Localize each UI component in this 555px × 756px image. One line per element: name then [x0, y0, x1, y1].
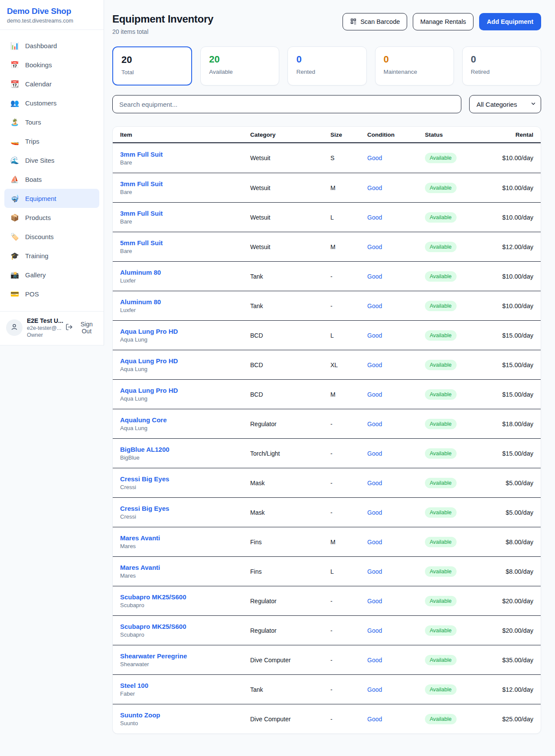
- item-name-link[interactable]: Aqualung Core: [120, 416, 250, 424]
- item-condition-link[interactable]: Good: [367, 154, 425, 161]
- item-name-link[interactable]: 3mm Full Suit: [120, 180, 250, 187]
- item-condition-link[interactable]: Good: [367, 539, 425, 546]
- item-condition-link[interactable]: Good: [367, 332, 425, 339]
- sidebar-item-equipment[interactable]: 🤿 Equipment: [4, 189, 99, 208]
- item-name-link[interactable]: 3mm Full Suit: [120, 210, 250, 217]
- table-header-row: Item Category Size Condition Status Rent…: [113, 127, 541, 143]
- sign-out-button[interactable]: Sign Out: [65, 321, 98, 335]
- item-condition-link[interactable]: Good: [367, 480, 425, 486]
- item-category: BCD: [250, 332, 330, 339]
- item-condition-link[interactable]: Good: [367, 302, 425, 309]
- stat-card-rented[interactable]: 0 Rented: [287, 46, 366, 85]
- item-condition-link[interactable]: Good: [367, 509, 425, 516]
- item-rental-rate: $10.00/day: [499, 184, 533, 191]
- item-name-link[interactable]: Aqua Lung Pro HD: [120, 357, 250, 365]
- item-size: L: [330, 214, 367, 221]
- item-condition-link[interactable]: Good: [367, 184, 425, 191]
- status-badge: Available: [425, 360, 457, 370]
- item-name-link[interactable]: 5mm Full Suit: [120, 239, 250, 247]
- item-condition-link[interactable]: Good: [367, 627, 425, 634]
- item-condition-link[interactable]: Good: [367, 391, 425, 398]
- item-rental-rate: $15.00/day: [499, 332, 533, 339]
- stat-card-total[interactable]: 20 Total: [112, 46, 192, 85]
- item-name-link[interactable]: Aqua Lung Pro HD: [120, 328, 250, 335]
- item-name-link[interactable]: Mares Avanti: [120, 564, 250, 571]
- item-category: Fins: [250, 568, 330, 575]
- tear-off-calendar-icon: 📆: [10, 80, 20, 88]
- sidebar-item-gallery[interactable]: 📸 Gallery: [4, 265, 99, 284]
- item-name-link[interactable]: Steel 100: [120, 682, 250, 689]
- scan-barcode-button[interactable]: Scan Barcode: [343, 13, 407, 30]
- column-header-status: Status: [425, 131, 499, 138]
- item-category: Regulator: [250, 627, 330, 634]
- item-rental-rate: $10.00/day: [499, 302, 533, 309]
- stat-value: 20: [121, 54, 183, 66]
- sidebar-item-trips[interactable]: 🚤 Trips: [4, 131, 99, 151]
- item-name-link[interactable]: Mares Avanti: [120, 534, 250, 542]
- item-rental-rate: $18.00/day: [499, 421, 533, 427]
- status-badge: Available: [425, 478, 457, 488]
- item-name-link[interactable]: Aqua Lung Pro HD: [120, 387, 250, 394]
- stat-card-available[interactable]: 20 Available: [200, 46, 279, 85]
- sidebar-item-discounts[interactable]: 🏷️ Discounts: [4, 227, 99, 246]
- item-name-link[interactable]: 3mm Full Suit: [120, 151, 250, 158]
- item-name-link[interactable]: Aluminum 80: [120, 269, 250, 276]
- manage-rentals-button[interactable]: Manage Rentals: [413, 13, 473, 30]
- item-condition-link[interactable]: Good: [367, 362, 425, 368]
- item-name-link[interactable]: Shearwater Peregrine: [120, 652, 250, 660]
- item-name-link[interactable]: Scubapro MK25/S600: [120, 593, 250, 601]
- sidebar-item-training[interactable]: 🎓 Training: [4, 246, 99, 265]
- item-brand: Aqua Lung: [120, 336, 250, 343]
- sidebar-item-calendar[interactable]: 📆 Calendar: [4, 74, 99, 93]
- package-icon: 📦: [10, 214, 20, 222]
- status-badge: Available: [425, 153, 457, 163]
- sidebar-item-pos[interactable]: 💳 POS: [4, 284, 99, 303]
- sidebar-item-bookings[interactable]: 📅 Bookings: [4, 55, 99, 74]
- sidebar-item-boats[interactable]: ⛵ Boats: [4, 170, 99, 189]
- item-condition-link[interactable]: Good: [367, 273, 425, 280]
- item-condition-link[interactable]: Good: [367, 421, 425, 427]
- item-name-link[interactable]: Cressi Big Eyes: [120, 505, 250, 512]
- bar-chart-icon: 📊: [10, 42, 20, 50]
- item-condition-link[interactable]: Good: [367, 214, 425, 221]
- item-condition-link[interactable]: Good: [367, 450, 425, 457]
- item-condition-link[interactable]: Good: [367, 657, 425, 664]
- item-brand: Aqua Lung: [120, 425, 250, 431]
- item-condition-link[interactable]: Good: [367, 568, 425, 575]
- item-category: Wetsuit: [250, 243, 330, 250]
- item-name-link[interactable]: Cressi Big Eyes: [120, 475, 250, 483]
- sidebar-item-customers[interactable]: 👥 Customers: [4, 93, 99, 112]
- item-name-link[interactable]: Scubapro MK25/S600: [120, 623, 250, 630]
- stat-value: 20: [209, 54, 271, 65]
- sidebar-item-tours[interactable]: 🏝️ Tours: [4, 112, 99, 131]
- stat-card-retired[interactable]: 0 Retired: [462, 46, 541, 85]
- item-condition-link[interactable]: Good: [367, 686, 425, 693]
- tag-icon: 🏷️: [10, 233, 20, 241]
- item-brand: Suunto: [120, 720, 250, 726]
- item-name-link[interactable]: BigBlue AL1200: [120, 446, 250, 453]
- item-name-link[interactable]: Suunto Zoop: [120, 711, 250, 719]
- sidebar-item-dive-sites[interactable]: 🌊 Dive Sites: [4, 151, 99, 170]
- stat-card-maintenance[interactable]: 0 Maintenance: [375, 46, 454, 85]
- item-condition-link[interactable]: Good: [367, 716, 425, 723]
- sidebar-item-products[interactable]: 📦 Products: [4, 208, 99, 227]
- item-size: M: [330, 243, 367, 250]
- status-badge: Available: [425, 625, 457, 636]
- item-size: -: [330, 716, 367, 723]
- item-name-link[interactable]: Aluminum 80: [120, 298, 250, 306]
- item-condition-link[interactable]: Good: [367, 243, 425, 250]
- item-condition-link[interactable]: Good: [367, 598, 425, 605]
- stat-label: Maintenance: [384, 69, 445, 75]
- sidebar-item-dashboard[interactable]: 📊 Dashboard: [4, 36, 99, 55]
- table-row: 3mm Full Suit Bare Wetsuit S Good Availa…: [113, 143, 541, 173]
- sidebar-nav: 📊 Dashboard 📅 Bookings 📆 Calendar 👥 Cust…: [0, 30, 104, 308]
- item-category: Dive Computer: [250, 716, 330, 723]
- item-size: XL: [330, 362, 367, 368]
- status-badge: Available: [425, 389, 457, 400]
- category-select[interactable]: All Categories: [469, 95, 541, 113]
- search-input[interactable]: [112, 95, 461, 113]
- add-equipment-button[interactable]: Add Equipment: [479, 13, 541, 30]
- item-brand: Bare: [120, 189, 250, 195]
- item-size: -: [330, 480, 367, 486]
- item-brand: Bare: [120, 218, 250, 225]
